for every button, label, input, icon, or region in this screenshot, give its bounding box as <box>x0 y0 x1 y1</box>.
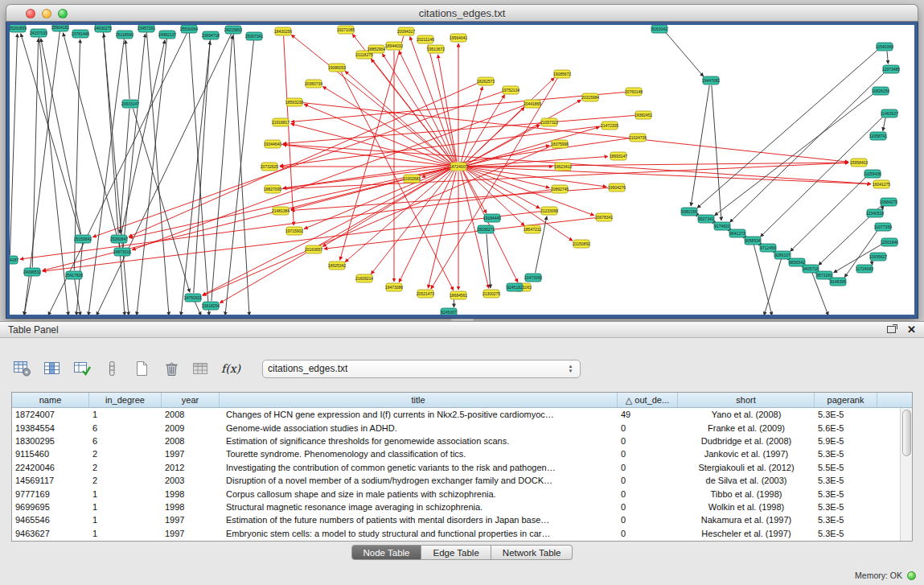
graph-node[interactable]: 10473065 <box>524 274 542 282</box>
graph-node[interactable]: 9245067 <box>441 308 457 315</box>
float-panel-icon[interactable] <box>887 326 896 333</box>
table-row[interactable]: 1830029562008Estimation of significance … <box>12 435 900 447</box>
column-header-name[interactable]: name <box>12 393 89 407</box>
graph-node[interactable]: 18430256 <box>274 27 292 35</box>
graph-node[interactable]: 21300275 <box>483 290 500 298</box>
show-columns-icon[interactable] <box>41 358 64 379</box>
graph-node[interactable]: 23694718 <box>202 31 220 39</box>
graph-node[interactable]: 15958403 <box>850 159 868 167</box>
graph-node[interactable]: 19447082 <box>702 76 720 84</box>
graph-node[interactable]: 19564041 <box>450 34 467 42</box>
scrollbar-thumb[interactable] <box>902 410 911 456</box>
graph-node[interactable]: 25417608 <box>65 271 83 279</box>
graph-node[interactable]: 10684275 <box>880 198 897 206</box>
table-row[interactable]: 969969511998Structural magnetic resonanc… <box>12 501 900 513</box>
slim-panel-icon[interactable] <box>101 358 123 379</box>
graph-node[interactable]: 20760148 <box>625 88 643 96</box>
graph-node[interactable]: 20521473 <box>417 290 434 298</box>
graph-node[interactable]: 11724083 <box>856 265 873 273</box>
graph-node[interactable]: 24873016 <box>113 248 131 256</box>
network-table-select[interactable]: citations_edges.txt ▲▼ <box>262 360 581 378</box>
graph-node[interactable]: 18375996 <box>551 140 569 148</box>
graph-node[interactable]: 24096532 <box>23 268 41 276</box>
graph-node[interactable]: 12973485 <box>882 65 900 73</box>
column-header-out_degree[interactable]: △ out_de... <box>618 393 678 407</box>
graph-node[interactable]: 25260847 <box>110 235 128 243</box>
close-panel-icon[interactable]: ✕ <box>907 324 916 335</box>
graph-node[interactable]: 9380156 <box>681 208 697 216</box>
graph-node[interactable]: 20678341 <box>595 213 613 221</box>
graph-node[interactable]: 25118960 <box>116 31 133 39</box>
graph-node[interactable]: 25067341 <box>245 32 263 40</box>
graph-node[interactable]: 11540368 <box>876 43 893 51</box>
graph-node[interactable]: 24750931 <box>184 294 202 302</box>
graph-node[interactable]: 23781446 <box>72 30 89 38</box>
graph-node[interactable]: 19271085 <box>337 26 355 34</box>
graph-node[interactable]: 24215803 <box>224 26 242 34</box>
graph-node[interactable]: 25904182 <box>51 25 69 31</box>
graph-node[interactable]: 18547211 <box>524 225 541 233</box>
graph-node[interactable]: 23504187 <box>10 256 18 264</box>
column-header-title[interactable]: title <box>220 393 618 407</box>
graph-node[interactable]: 21233068 <box>540 207 558 215</box>
graph-node[interactable]: 10826154 <box>872 87 889 95</box>
graph-node[interactable]: 9573260 <box>816 271 832 279</box>
graph-node[interactable]: 21150892 <box>573 240 590 248</box>
window-titlebar[interactable]: citations_edges.txt <box>6 4 918 22</box>
graph-node[interactable]: 8163042 <box>651 25 667 33</box>
graph-node[interactable]: 20211146 <box>417 35 434 43</box>
graph-node[interactable]: 20360734 <box>305 80 322 88</box>
graph-node[interactable]: 9641273 <box>729 229 745 237</box>
delete-table-icon[interactable] <box>160 358 183 379</box>
graph-node[interactable]: 18852964 <box>368 45 385 53</box>
graph-node[interactable]: 9712456 <box>760 244 776 252</box>
graph-node[interactable]: 19473086 <box>385 283 403 291</box>
graph-node[interactable]: 18944032 <box>385 42 403 50</box>
function-builder-icon[interactable]: f(x) <box>220 358 242 379</box>
graph-node[interactable]: 19715902 <box>285 227 303 235</box>
graph-node[interactable]: 19086053 <box>328 64 346 72</box>
table-vertical-scrollbar[interactable] <box>900 408 912 541</box>
column-header-year[interactable]: year <box>162 393 220 407</box>
graph-node[interactable]: 25260859 <box>10 25 27 32</box>
network-canvas[interactable]: 1872400719564041202111461894403221118275… <box>10 25 914 315</box>
graph-node[interactable]: 21472305 <box>601 122 618 130</box>
graph-node[interactable]: 24982137 <box>158 31 176 39</box>
graph-node[interactable]: 20094317 <box>397 27 415 35</box>
graph-node[interactable]: 18262573 <box>477 77 495 85</box>
table-row[interactable]: 946554611997Estimation of the future num… <box>12 513 900 526</box>
graph-node[interactable]: 12058741 <box>869 132 887 140</box>
graph-node[interactable]: 19184445 <box>483 214 501 222</box>
graph-node[interactable]: 20163657 <box>305 245 322 253</box>
graph-node[interactable]: 25530064 <box>180 25 198 33</box>
graph-node[interactable]: 9174820 <box>714 222 730 230</box>
graph-node[interactable]: 19382451 <box>634 111 652 119</box>
graph-node[interactable]: 24157033 <box>30 29 47 37</box>
tab-edge-table[interactable]: Edge Table <box>421 545 491 560</box>
table-row[interactable]: 946362711997Embryonic stem cells: a mode… <box>12 527 900 540</box>
column-header-short[interactable]: short <box>678 393 815 407</box>
graph-node[interactable]: 12340518 <box>866 209 884 217</box>
graph-node[interactable]: 21481384 <box>272 207 290 215</box>
graph-node[interactable]: 20892745 <box>551 185 569 193</box>
graph-node[interactable]: 20732625 <box>261 163 278 171</box>
graph-node[interactable]: 18684561 <box>450 291 467 299</box>
graph-node[interactable]: 18036271 <box>477 225 495 233</box>
graph-node[interactable]: 18724007 <box>450 163 467 171</box>
graph-node[interactable]: 12501846 <box>881 238 898 246</box>
graph-node[interactable]: 18693147 <box>610 152 627 160</box>
graph-node[interactable]: 18827095 <box>264 185 281 193</box>
graph-node[interactable]: 19513672 <box>427 45 445 53</box>
table-row[interactable]: 1872400712008Changes of HCN gene express… <box>12 408 900 421</box>
graph-node[interactable]: 9245182 <box>507 283 523 291</box>
tab-network-table[interactable]: Network Table <box>491 545 573 560</box>
graph-node[interactable]: 11463927 <box>881 109 898 117</box>
graph-node[interactable]: 23457291 <box>138 25 155 32</box>
graph-node[interactable]: 21024736 <box>629 134 647 142</box>
graph-node[interactable]: 18563238 <box>285 98 303 106</box>
graph-node[interactable]: 19085672 <box>553 70 571 78</box>
graph-node[interactable]: 20633147 <box>121 100 139 108</box>
graph-node[interactable]: 9289107 <box>774 251 791 259</box>
graph-node[interactable]: 21916817 <box>272 118 290 126</box>
graph-node[interactable]: 9836542 <box>789 258 805 266</box>
